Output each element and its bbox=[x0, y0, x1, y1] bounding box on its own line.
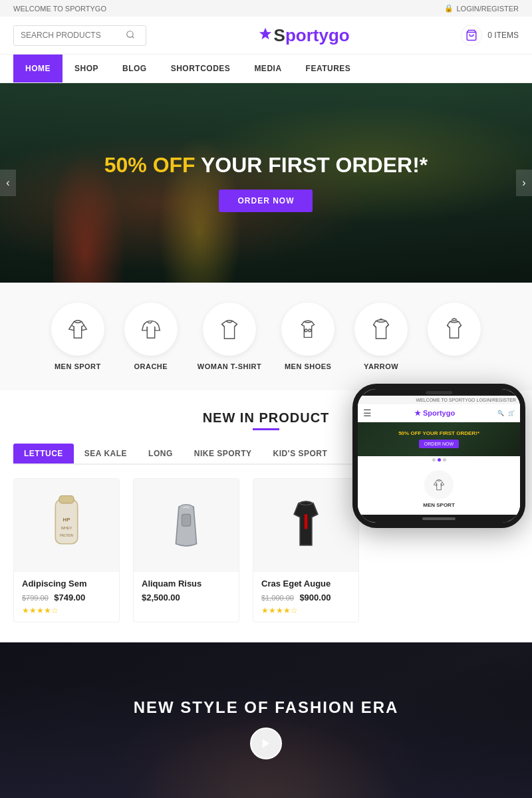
mob-hero-highlight: 50% OFF bbox=[398, 430, 421, 436]
search-input[interactable] bbox=[14, 27, 120, 44]
mob-welcome: WELCOME TO SPORTYGO bbox=[416, 398, 475, 402]
mob-dot-2 bbox=[438, 458, 441, 462]
mob-dot-3 bbox=[443, 458, 446, 462]
search-button[interactable] bbox=[120, 26, 140, 45]
fashion-section: NEW STYLE OF FASHION ERA bbox=[0, 642, 532, 798]
main-nav: HOME SHOP BLOG SHORTCODES MEDIA FEATURES bbox=[0, 55, 532, 83]
product-stars-3: ★★★★☆ bbox=[261, 606, 350, 615]
cat-label-men-shoes: MEN SHOES bbox=[285, 362, 332, 370]
product-info-3: Cras Eget Augue $1,000.00 $900.00 ★★★★☆ bbox=[253, 572, 358, 622]
category-yarrow[interactable]: YARROW bbox=[354, 303, 408, 370]
cat-icon-men-sport bbox=[51, 303, 104, 356]
svg-text:HP: HP bbox=[63, 517, 70, 523]
mob-cat-label: MEN SPORT bbox=[423, 502, 455, 508]
svg-point-5 bbox=[309, 329, 311, 332]
category-men-shoes[interactable]: MEN SHOES bbox=[281, 303, 334, 370]
logo[interactable]: Sportygo bbox=[258, 25, 350, 46]
mob-topbar: WELCOME TO SPORTYGO LOGIN/REGISTER bbox=[358, 396, 520, 404]
mob-carousel-dots bbox=[358, 456, 520, 464]
cart-area[interactable]: 0 ITEMS bbox=[461, 25, 519, 46]
hero-cta-button[interactable]: ORDER NOW bbox=[219, 190, 313, 212]
product-stars-2: ★★★★☆ bbox=[142, 606, 231, 615]
product-info-1: Adipiscing Sem $799.00 $749.00 ★★★★☆ bbox=[14, 572, 119, 622]
svg-marker-2 bbox=[259, 27, 271, 39]
section-underline bbox=[253, 428, 279, 430]
product-new-price-3: $900.00 bbox=[299, 593, 331, 602]
product-name-1: Adipiscing Sem bbox=[22, 579, 111, 589]
nav-shop[interactable]: SHOP bbox=[63, 55, 110, 82]
phone-notch bbox=[358, 389, 520, 396]
category-men-sport[interactable]: MEN SPORT bbox=[51, 303, 104, 370]
welcome-text: WELCOME TO SPORTYGO bbox=[13, 5, 106, 13]
logo-s: S bbox=[274, 25, 285, 46]
product-img-2 bbox=[134, 479, 239, 572]
svg-text:PROTEIN: PROTEIN bbox=[60, 534, 73, 537]
svg-marker-13 bbox=[263, 739, 270, 748]
fashion-title: NEW STYLE OF FASHION ERA bbox=[134, 698, 399, 717]
product-card-2[interactable]: Aliquam Risus $2,500.00 ★★★★☆ bbox=[133, 478, 239, 622]
product-old-price-1: $799.00 bbox=[22, 594, 49, 602]
cat-icon-yarrow bbox=[354, 303, 408, 356]
cart-count: 0 ITEMS bbox=[487, 31, 519, 40]
search-box[interactable] bbox=[13, 25, 146, 46]
nav-features[interactable]: FEATURES bbox=[294, 55, 363, 82]
cat-icon-woman-tshirt bbox=[203, 303, 256, 356]
tab-sea-kale[interactable]: SEA KALE bbox=[74, 444, 138, 464]
product-card-3[interactable]: Cras Eget Augue $1,000.00 $900.00 ★★★★☆ bbox=[253, 478, 359, 622]
mob-hero: 50% OFF YOUR FIRST ORDER!* ORDER NOW bbox=[358, 422, 520, 456]
phone-home-bar bbox=[358, 515, 520, 523]
product-new-price-1: $749.00 bbox=[54, 593, 85, 602]
svg-rect-7 bbox=[59, 496, 74, 503]
mob-login: LOGIN/REGISTER bbox=[476, 398, 516, 402]
lock-icon: 🔒 bbox=[444, 4, 454, 13]
cat-label-orache: ORACHE bbox=[134, 362, 168, 370]
cat-icon-extra bbox=[428, 303, 481, 356]
hero-next-button[interactable]: › bbox=[516, 170, 532, 196]
products-section: NEW IN PRODUCT LETTUCE SEA KALE LONG NIK… bbox=[0, 390, 532, 642]
product-name-3: Cras Eget Augue bbox=[261, 579, 350, 589]
tab-nike-sporty[interactable]: NIKE SPORTY bbox=[184, 444, 263, 464]
tab-lettuce[interactable]: LETTUCE bbox=[13, 444, 74, 464]
hero-rest: YOUR FIRST ORDER!* bbox=[196, 153, 428, 177]
category-woman-tshirt[interactable]: WOMAN T-SHIRT bbox=[198, 303, 261, 370]
mob-cart-icon: 🛒 bbox=[508, 410, 515, 416]
mob-logo: ★ Sportygo bbox=[414, 409, 455, 418]
mob-header: ☰ ★ Sportygo 🔍 🛒 bbox=[358, 404, 520, 422]
mob-hero-rest: YOUR FIRST ORDER!* bbox=[421, 430, 479, 436]
svg-rect-11 bbox=[182, 514, 190, 526]
login-link[interactable]: LOGIN/REGISTER bbox=[456, 5, 519, 13]
mob-icons: 🔍 🛒 bbox=[497, 410, 515, 416]
product-price-1: $799.00 $749.00 bbox=[22, 591, 111, 603]
mob-cat-section: MEN SPORT bbox=[358, 464, 520, 515]
category-orache[interactable]: ORACHE bbox=[124, 303, 178, 370]
svg-point-0 bbox=[127, 31, 133, 37]
category-extra[interactable] bbox=[428, 303, 481, 370]
top-bar: WELCOME TO SPORTYGO 🔒 LOGIN/REGISTER bbox=[0, 0, 532, 17]
product-name-2: Aliquam Risus bbox=[142, 579, 231, 589]
hero-section: ‹ 50% OFF YOUR FIRST ORDER!* ORDER NOW › bbox=[0, 83, 532, 283]
mob-search-icon: 🔍 bbox=[497, 410, 504, 416]
mobile-inner: WELCOME TO SPORTYGO LOGIN/REGISTER ☰ ★ S… bbox=[358, 396, 520, 515]
hero-prev-button[interactable]: ‹ bbox=[0, 170, 16, 196]
tab-kids-sport[interactable]: KID'S SPORT bbox=[263, 444, 338, 464]
mob-hero-title: 50% OFF YOUR FIRST ORDER!* bbox=[363, 430, 515, 436]
product-price-3: $1,000.00 $900.00 bbox=[261, 591, 350, 603]
cat-label-yarrow: YARROW bbox=[364, 362, 398, 370]
mob-hero-btn: ORDER NOW bbox=[419, 440, 459, 448]
play-button[interactable] bbox=[250, 728, 282, 759]
nav-blog[interactable]: BLOG bbox=[110, 55, 159, 82]
tab-long[interactable]: LONG bbox=[138, 444, 184, 464]
logo-rest: portygo bbox=[285, 25, 350, 46]
svg-text:WHEY: WHEY bbox=[61, 526, 72, 530]
svg-point-4 bbox=[305, 329, 307, 332]
hero-title: 50% OFF YOUR FIRST ORDER!* bbox=[104, 154, 428, 177]
logo-star-icon bbox=[258, 25, 273, 46]
nav-home[interactable]: HOME bbox=[13, 55, 63, 82]
product-price-2: $2,500.00 bbox=[142, 591, 231, 603]
product-card-1[interactable]: HP WHEY PROTEIN Adipiscing Sem $799.00 $… bbox=[13, 478, 120, 622]
login-area[interactable]: 🔒 LOGIN/REGISTER bbox=[444, 4, 519, 13]
nav-media[interactable]: MEDIA bbox=[242, 55, 293, 82]
product-stars-1: ★★★★☆ bbox=[22, 606, 111, 615]
mob-logo-text: ★ Sportygo bbox=[414, 409, 455, 417]
nav-shortcodes[interactable]: SHORTCODES bbox=[159, 55, 243, 82]
